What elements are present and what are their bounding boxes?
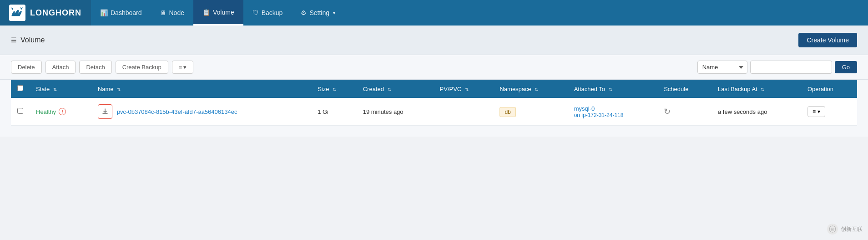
table-container: State ⇅ Name ⇅ Size ⇅ Created ⇅ PV/PVC: [0, 80, 868, 137]
col-schedule: Schedule: [657, 80, 712, 98]
col-name[interactable]: Name ⇅: [91, 80, 311, 98]
filter-button[interactable]: ≡ ▾: [172, 61, 194, 74]
nav-item-dashboard[interactable]: 📊 Dashboard: [91, 0, 151, 26]
namespace-badge: db: [500, 107, 515, 117]
col-pvpvc[interactable]: PV/PVC ⇅: [434, 80, 494, 98]
col-created[interactable]: Created ⇅: [357, 80, 434, 98]
setting-icon: ⚙: [301, 9, 307, 16]
setting-dropdown-icon: ▾: [333, 10, 335, 15]
sort-icon-size: ⇅: [333, 87, 336, 92]
row-namespace-cell: db: [493, 98, 567, 126]
vol-icon-svg: [101, 108, 109, 115]
volume-icon-title: ☰: [11, 36, 17, 44]
detach-button[interactable]: Detach: [79, 61, 111, 74]
col-attached-to[interactable]: Attached To ⇅: [568, 80, 658, 98]
nav-item-node[interactable]: 🖥 Node: [151, 0, 193, 26]
dashboard-icon: 📊: [100, 9, 108, 16]
col-size[interactable]: Size ⇅: [311, 80, 357, 98]
state-healthy: Healthy !: [36, 108, 85, 115]
nav-label-dashboard: Dashboard: [111, 9, 142, 16]
ops-list-icon: ≡: [812, 108, 816, 115]
nav-label-setting: Setting: [309, 9, 329, 16]
vol-download-icon-box[interactable]: [98, 104, 112, 119]
vol-name-link[interactable]: pvc-0b37084c-815b-43ef-afd7-aa56406134ec: [117, 108, 237, 115]
row-size-cell: 1 Gi: [311, 98, 357, 126]
node-icon: 🖥: [160, 9, 167, 16]
sort-icon-created: ⇅: [388, 87, 391, 92]
toolbar: Delete Attach Detach Create Backup ≡ ▾ N…: [0, 55, 868, 80]
sort-icon-pvpvc: ⇅: [465, 87, 469, 92]
row-operation-cell: ≡ ▾: [801, 98, 857, 126]
create-volume-button[interactable]: Create Volume: [798, 33, 857, 47]
volumes-table: State ⇅ Name ⇅ Size ⇅ Created ⇅ PV/PVC: [11, 80, 857, 126]
state-warning-icon: !: [59, 108, 66, 115]
row-schedule-cell: ↻: [657, 98, 712, 126]
row-last-backup-cell: a few seconds ago: [712, 98, 801, 126]
sort-icon-backup: ⇅: [761, 87, 764, 92]
nav-label-backup: Backup: [262, 9, 283, 16]
attach-button[interactable]: Attach: [45, 61, 76, 74]
nav-label-volume: Volume: [213, 9, 234, 16]
table-header-row: State ⇅ Name ⇅ Size ⇅ Created ⇅ PV/PVC: [11, 80, 857, 98]
nav-item-volume[interactable]: 📋 Volume: [193, 0, 243, 26]
sort-icon-state: ⇅: [53, 87, 57, 92]
table-row: Healthy ! pvc-0b37084c-815b-43ef-afd7-aa…: [11, 98, 857, 126]
schedule-refresh-icon[interactable]: ↻: [664, 107, 671, 116]
page-title: ☰ Volume: [11, 36, 45, 44]
go-button[interactable]: Go: [835, 61, 857, 73]
row-checkbox-cell[interactable]: [11, 98, 30, 126]
col-operation: Operation: [801, 80, 857, 98]
row-name-cell: pvc-0b37084c-815b-43ef-afd7-aa56406134ec: [91, 98, 311, 126]
sort-icon-name: ⇅: [117, 87, 121, 92]
operation-dropdown-button[interactable]: ≡ ▾: [807, 106, 825, 117]
nav-label-node: Node: [169, 9, 184, 16]
row-state-cell: Healthy !: [30, 98, 91, 126]
col-state[interactable]: State ⇅: [30, 80, 91, 98]
navbar: LONGHORN 📊 Dashboard 🖥 Node 📋 Volume 🛡 B…: [0, 0, 868, 26]
brand: LONGHORN: [0, 0, 91, 26]
filter-list-icon: ≡: [179, 64, 182, 71]
ops-chevron-icon: ▾: [818, 108, 820, 115]
col-namespace[interactable]: Namespace ⇅: [493, 80, 567, 98]
delete-button[interactable]: Delete: [11, 61, 42, 74]
attached-node: on ip-172-31-24-118: [574, 112, 651, 118]
table-body: Healthy ! pvc-0b37084c-815b-43ef-afd7-aa…: [11, 98, 857, 126]
nav-items: 📊 Dashboard 🖥 Node 📋 Volume 🛡 Backup ⚙ S…: [91, 0, 344, 26]
select-all-checkbox[interactable]: [17, 85, 23, 91]
row-attached-cell: mysql-0 on ip-172-31-24-118: [568, 98, 658, 126]
row-checkbox[interactable]: [17, 108, 23, 114]
volume-icon: 📋: [202, 9, 210, 16]
select-all-col: [11, 80, 30, 98]
brand-name: LONGHORN: [30, 8, 81, 18]
filter-chevron-icon: ▾: [183, 64, 187, 71]
search-input[interactable]: [750, 61, 832, 74]
attached-main[interactable]: mysql-0: [574, 105, 651, 112]
row-pvpvc-cell: [434, 98, 494, 126]
page-title-text: Volume: [20, 36, 45, 44]
nav-item-setting[interactable]: ⚙ Setting ▾: [292, 0, 344, 26]
backup-icon: 🛡: [252, 9, 259, 16]
search-filter-select[interactable]: Name State Namespace: [697, 61, 747, 74]
create-backup-button[interactable]: Create Backup: [116, 61, 168, 74]
nav-item-backup[interactable]: 🛡 Backup: [243, 0, 292, 26]
page-header: ☰ Volume Create Volume: [0, 26, 868, 55]
row-created-cell: 19 minutes ago: [357, 98, 434, 126]
sort-icon-attached: ⇅: [609, 87, 612, 92]
brand-logo-icon: [9, 5, 25, 21]
attached-container: mysql-0 on ip-172-31-24-118: [574, 105, 651, 118]
search-area: Name State Namespace Go: [697, 61, 857, 74]
state-text: Healthy: [36, 108, 56, 115]
sort-icon-namespace: ⇅: [535, 87, 538, 92]
col-last-backup[interactable]: Last Backup At ⇅: [712, 80, 801, 98]
vol-name-container: pvc-0b37084c-815b-43ef-afd7-aa56406134ec: [98, 104, 305, 119]
